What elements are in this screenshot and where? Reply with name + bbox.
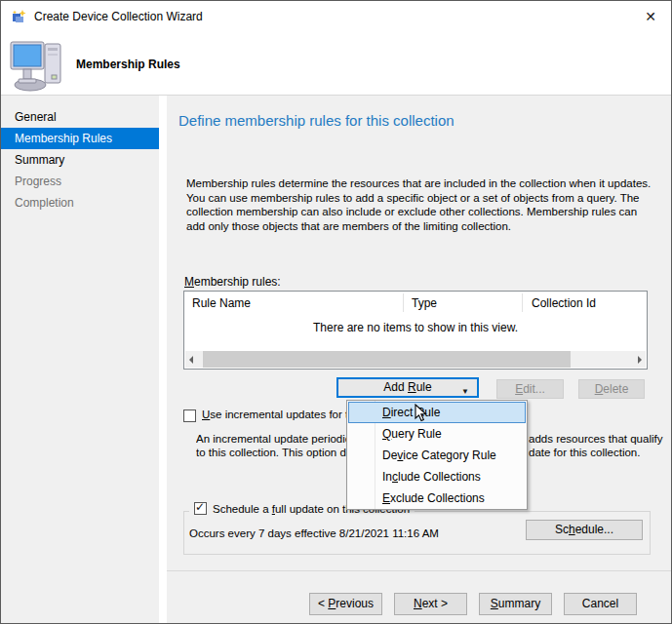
schedule-occurs-text: Occurs every 7 days effective 8/21/2021 … — [189, 527, 439, 539]
sidebar-divider — [159, 96, 167, 624]
menu-item-exclude-collections[interactable]: Exclude Collections — [348, 488, 526, 509]
incremental-updates-checkbox[interactable] — [183, 410, 196, 422]
horizontal-scrollbar[interactable] — [185, 351, 646, 368]
schedule-button[interactable]: Schedule... — [526, 520, 643, 540]
scroll-left-icon[interactable] — [185, 351, 202, 368]
checkmark-icon: ✓ — [195, 501, 205, 514]
menu-item-device-category-rule[interactable]: Device Category Rule — [348, 445, 526, 466]
membership-rules-description: Membership rules determine the resources… — [186, 176, 654, 233]
mouse-cursor-icon — [415, 404, 428, 423]
menu-item-query-rule[interactable]: Query Rule — [348, 423, 526, 445]
summary-button[interactable]: Summary — [479, 593, 552, 615]
add-rule-button[interactable]: Add Rule ▼ — [336, 377, 479, 398]
incremental-text-line1-left: An incremental update periodically — [196, 433, 346, 445]
incremental-text-line2-left: to this collection. This option does — [196, 447, 346, 458]
incremental-text-line2-right: date for this collection. — [529, 447, 640, 458]
window-title: Create Device Collection Wizard — [34, 10, 203, 23]
close-icon[interactable]: ✕ — [640, 7, 661, 26]
schedule-full-update-checkbox[interactable]: ✓ — [194, 502, 207, 515]
sidebar-item-progress: Progress — [1, 171, 159, 192]
chevron-down-icon: ▼ — [461, 383, 469, 400]
footer-divider — [167, 570, 672, 571]
incremental-text-line1-right: adds resources that qualify — [529, 433, 662, 445]
content-heading: Define membership rules for this collect… — [178, 112, 455, 129]
add-rule-label: Add Rule — [383, 380, 431, 394]
membership-rules-label: Membership rules: — [184, 275, 281, 289]
column-divider — [403, 293, 404, 312]
column-header-rule-name[interactable]: Rule Name — [192, 296, 251, 310]
cancel-button[interactable]: Cancel — [564, 593, 637, 615]
computer-icon — [9, 36, 67, 93]
add-rule-dropdown-menu: Direct Rule Query Rule Device Category R… — [346, 400, 528, 510]
wizard-header: Membership Rules — [1, 32, 671, 96]
sidebar-item-completion: Completion — [1, 192, 159, 214]
column-header-collection-id[interactable]: Collection Id — [532, 296, 596, 310]
scroll-right-icon[interactable] — [629, 351, 646, 368]
column-divider — [522, 293, 523, 312]
table-header-row: Rule Name Type Collection Id — [184, 292, 647, 314]
delete-button: Delete — [578, 379, 645, 399]
next-button[interactable]: Next > — [394, 593, 467, 615]
edit-button: Edit... — [496, 379, 564, 399]
create-device-collection-wizard-dialog: Create Device Collection Wizard ✕ Member… — [0, 0, 672, 624]
sidebar-item-summary[interactable]: Summary — [1, 149, 159, 171]
page-title: Membership Rules — [76, 58, 180, 71]
sidebar-item-membership-rules[interactable]: Membership Rules — [1, 128, 159, 149]
sidebar-item-general[interactable]: General — [1, 106, 159, 128]
wizard-app-icon — [11, 9, 26, 24]
scrollbar-thumb[interactable] — [203, 351, 571, 368]
column-header-type[interactable]: Type — [412, 296, 437, 310]
table-empty-message: There are no items to show in this view. — [184, 321, 647, 334]
menu-item-include-collections[interactable]: Include Collections — [348, 466, 526, 488]
membership-rules-table[interactable]: Rule Name Type Collection Id There are n… — [183, 291, 648, 370]
menu-item-direct-rule[interactable]: Direct Rule — [348, 402, 526, 423]
incremental-updates-label[interactable]: Use incremental updates for this — [202, 409, 346, 423]
title-bar: Create Device Collection Wizard ✕ — [1, 1, 671, 32]
previous-button[interactable]: < Previous — [309, 593, 382, 615]
